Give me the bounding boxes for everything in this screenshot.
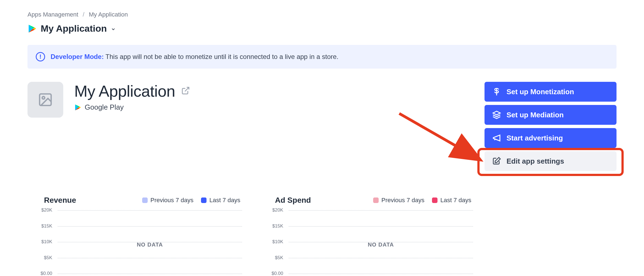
external-link-icon[interactable] [181, 86, 190, 96]
dollar-icon [492, 87, 501, 96]
app-switcher-name: My Application [41, 23, 107, 34]
edit-app-settings-label: Edit app settings [507, 157, 564, 166]
adspend-chart: Ad Spend Previous 7 days Last 7 days $20… [258, 196, 473, 276]
chart-title: Revenue [44, 196, 76, 205]
legend-label: Previous 7 days [150, 197, 194, 204]
gridline [289, 258, 473, 258]
breadcrumb-current: My Application [89, 11, 128, 18]
y-tick: $5K [275, 255, 283, 261]
y-tick: $10K [41, 239, 52, 245]
banner-text: Developer Mode: This app will not be abl… [51, 53, 338, 61]
layers-icon [492, 110, 501, 119]
legend-label: Last 7 days [209, 197, 240, 204]
legend-swatch [142, 197, 148, 203]
chevron-down-icon [111, 23, 116, 34]
breadcrumb-separator: / [83, 11, 84, 18]
developer-mode-banner: ! Developer Mode: This app will not be a… [27, 45, 617, 69]
chart-plot: $20K$15K$10K$5K$0.00 NO DATA Jan 3Jan 4J… [264, 210, 473, 276]
setup-mediation-button[interactable]: Set up Mediation [485, 105, 617, 125]
y-tick: $0.00 [271, 271, 283, 276]
gridline [58, 258, 242, 258]
setup-monetization-button[interactable]: Set up Monetization [485, 82, 617, 102]
breadcrumb: Apps Management / My Application [27, 11, 617, 18]
legend-label: Previous 7 days [381, 197, 425, 204]
page-title: My Application [74, 82, 175, 100]
y-tick: $20K [41, 207, 52, 213]
legend-item-previous: Previous 7 days [142, 197, 194, 204]
chart-plot: $20K$15K$10K$5K$0.00 NO DATA Jan 3Jan 4J… [33, 210, 242, 276]
chart-legend: Previous 7 days Last 7 days [373, 197, 471, 204]
revenue-chart: Revenue Previous 7 days Last 7 days $20K… [27, 196, 242, 276]
google-play-icon [27, 24, 37, 33]
legend-swatch [373, 197, 379, 203]
app-icon-placeholder [27, 82, 63, 118]
y-tick: $15K [272, 223, 283, 229]
breadcrumb-root[interactable]: Apps Management [27, 11, 78, 18]
edit-icon [492, 157, 501, 166]
legend-item-last: Last 7 days [201, 197, 240, 204]
chart-legend: Previous 7 days Last 7 days [142, 197, 240, 204]
annotation-arrow-icon [397, 111, 485, 166]
svg-line-4 [399, 113, 476, 158]
legend-swatch [432, 197, 437, 203]
start-advertising-button[interactable]: Start advertising [485, 128, 617, 148]
legend-item-previous: Previous 7 days [373, 197, 425, 204]
legend-label: Last 7 days [440, 197, 471, 204]
megaphone-icon [492, 134, 501, 142]
store-name: Google Play [85, 103, 124, 112]
gridline [58, 210, 242, 211]
banner-message: This app will not be able to monetize un… [106, 53, 338, 60]
no-data-label: NO DATA [289, 242, 473, 248]
action-buttons: Set up Monetization Set up Mediation Sta… [485, 82, 617, 171]
y-tick: $5K [44, 255, 52, 261]
setup-mediation-label: Set up Mediation [507, 111, 564, 119]
gridline [58, 226, 242, 227]
charts-row: Revenue Previous 7 days Last 7 days $20K… [27, 196, 617, 276]
edit-app-settings-button[interactable]: Edit app settings [485, 151, 617, 171]
svg-point-1 [42, 96, 45, 99]
legend-item-last: Last 7 days [432, 197, 471, 204]
info-icon: ! [36, 52, 45, 61]
y-tick: $15K [41, 223, 52, 229]
gridline [289, 210, 473, 211]
google-play-icon [74, 104, 81, 111]
y-tick: $10K [272, 239, 283, 245]
gridline [289, 274, 473, 274]
no-data-label: NO DATA [58, 242, 242, 248]
start-advertising-label: Start advertising [507, 134, 563, 142]
app-switcher[interactable]: My Application [27, 23, 617, 34]
y-tick: $0.00 [40, 271, 52, 276]
legend-swatch [201, 197, 207, 203]
gridline [289, 226, 473, 227]
chart-title: Ad Spend [275, 196, 311, 205]
banner-prefix: Developer Mode: [51, 53, 104, 60]
setup-monetization-label: Set up Monetization [507, 88, 574, 96]
y-tick: $20K [272, 207, 283, 213]
svg-marker-2 [493, 111, 500, 115]
gridline [58, 274, 242, 274]
